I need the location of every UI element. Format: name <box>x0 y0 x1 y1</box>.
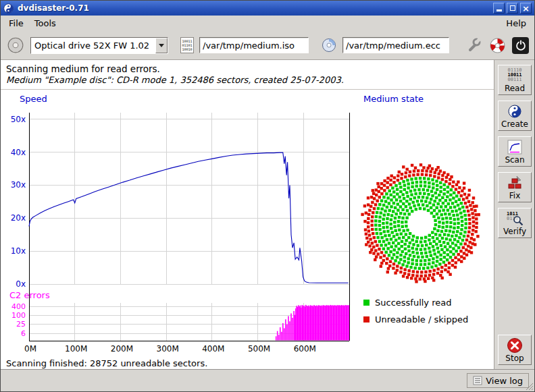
read-swatch <box>363 300 370 306</box>
close-button[interactable]: × <box>520 3 532 13</box>
svg-text:400: 400 <box>11 302 26 311</box>
image-file-icon: 10011 01101 10010 <box>180 37 194 53</box>
close-icon: × <box>522 4 530 13</box>
chevron-down-icon <box>155 38 168 53</box>
read-button[interactable]: 01110 10011 00111 Read <box>498 65 532 95</box>
svg-text:40x: 40x <box>11 148 26 157</box>
log-document-icon <box>473 376 482 385</box>
status-line2: Medium "Example disc": CD-R mode 1, 3524… <box>6 75 344 85</box>
svg-text:10x: 10x <box>11 246 26 256</box>
app-icon <box>3 3 14 13</box>
svg-text:100M: 100M <box>65 344 87 354</box>
menubar: File Tools Help <box>1 16 534 31</box>
separator <box>1 89 494 90</box>
menu-file[interactable]: File <box>3 16 29 30</box>
legend-error: Unreadable / skipped <box>363 314 468 325</box>
action-sidebar: 01110 10011 00111 Read Create <box>494 60 535 369</box>
fix-label: Fix <box>509 191 520 200</box>
damaged-disc-icon <box>489 37 506 54</box>
bottombar: View log <box>1 369 534 391</box>
view-log-button[interactable]: View log <box>467 373 529 388</box>
menu-help[interactable]: Help <box>501 16 532 30</box>
verify-button[interactable]: 1011 0110 Verify <box>498 208 532 238</box>
window-title: dvdisaster-0.71 <box>18 3 489 13</box>
create-label: Create <box>501 119 528 129</box>
titlebar: dvdisaster-0.71 × <box>1 1 534 16</box>
scan-result-status: Scanning finished: 28752 unreadable sect… <box>6 358 207 368</box>
scan-label: Scan <box>505 155 524 165</box>
stop-button[interactable]: Stop <box>498 335 532 365</box>
svg-text:0x: 0x <box>16 279 26 289</box>
power-icon <box>514 38 528 52</box>
preferences-button[interactable] <box>465 36 483 54</box>
quit-button[interactable] <box>512 37 529 54</box>
status-line1: Scanning medium for read errors. <box>6 63 160 74</box>
create-button[interactable]: Create <box>498 101 532 131</box>
main-panel: Scanning medium for read errors. Medium … <box>1 60 494 369</box>
svg-text:50x: 50x <box>11 115 26 124</box>
maximize-icon <box>510 5 515 11</box>
scan-chart-icon <box>507 139 522 155</box>
menu-tools[interactable]: Tools <box>29 16 61 30</box>
ecc-file-input[interactable] <box>342 37 449 53</box>
svg-text:300M: 300M <box>157 344 179 354</box>
svg-text:6: 6 <box>21 329 26 338</box>
svg-text:20x: 20x <box>11 213 26 223</box>
verify-magnifier-icon: 1011 0110 <box>506 211 524 226</box>
toolbar: Optical drive 52X FW 1.02 10011 01101 10… <box>1 31 534 60</box>
ecc-file-icon <box>321 37 337 53</box>
minimize-icon <box>496 9 502 11</box>
image-file-input[interactable] <box>199 37 309 53</box>
yin-yang-icon <box>508 103 521 119</box>
svg-text:0M: 0M <box>24 344 36 354</box>
app-window: dvdisaster-0.71 × File Tools Help Optica… <box>0 0 535 392</box>
drive-eject-button[interactable] <box>6 36 25 55</box>
svg-text:400M: 400M <box>202 344 224 354</box>
drive-select-value: Optical drive 52X FW 1.02 <box>31 38 155 53</box>
medium-state-title: Medium state <box>363 94 424 104</box>
speed-and-c2-chart: 0M100M200M300M400M500M600M0x10x20x30x40x… <box>1 109 359 364</box>
legend-read-label: Successfully read <box>375 298 451 308</box>
svg-text:600M: 600M <box>294 344 316 354</box>
svg-text:30x: 30x <box>11 180 26 190</box>
error-swatch <box>363 316 370 323</box>
speed-chart-title: Speed <box>20 94 47 104</box>
scan-button[interactable]: Scan <box>498 136 532 167</box>
read-label: Read <box>505 84 525 93</box>
svg-text:25: 25 <box>16 320 26 329</box>
read-binary-icon: 01110 10011 00111 <box>507 67 521 83</box>
svg-text:500M: 500M <box>248 344 270 354</box>
drive-select[interactable]: Optical drive 52X FW 1.02 <box>30 37 168 54</box>
stop-icon <box>507 337 523 353</box>
legend-read: Successfully read <box>363 298 451 308</box>
fix-button[interactable]: Fix <box>498 172 532 202</box>
resize-grip[interactable] <box>524 381 534 391</box>
minimize-button[interactable] <box>493 3 505 13</box>
verify-label: Verify <box>503 227 526 236</box>
view-log-label: View log <box>486 376 523 386</box>
medium-state-disc <box>359 161 483 285</box>
svg-text:100: 100 <box>11 311 26 320</box>
wrench-icon <box>466 37 482 53</box>
legend-error-label: Unreadable / skipped <box>375 314 468 325</box>
stop-label: Stop <box>505 354 524 363</box>
fix-bricks-icon <box>507 175 522 190</box>
maximize-button[interactable] <box>507 3 518 13</box>
fix-disc-button[interactable] <box>488 36 507 55</box>
drive-disc-icon <box>7 36 24 54</box>
svg-text:200M: 200M <box>111 344 133 354</box>
